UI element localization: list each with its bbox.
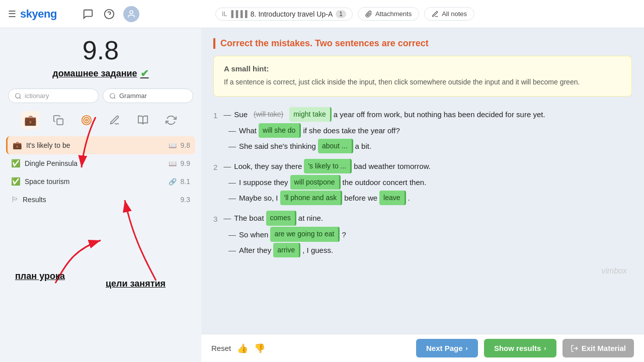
lesson-item-2[interactable]: ✅ Space tourism 🔗 8.1	[6, 172, 195, 191]
check-item-icon-2: ✅	[11, 177, 21, 186]
text-3-5: After they	[239, 243, 271, 257]
link-item-icon-2: 🔗	[169, 178, 177, 186]
homework-label: домашнее задание ✔	[52, 67, 148, 79]
exercise-num-1: 1	[213, 109, 217, 122]
dash-2-1: —	[223, 159, 231, 173]
tag-might-take[interactable]: might take	[289, 107, 332, 122]
lesson-item-name-2: Space tourism	[25, 177, 165, 186]
help-icon[interactable]	[102, 7, 116, 21]
tag-phone[interactable]: 'll phone and ask	[280, 191, 343, 205]
text-3-2: at nine.	[298, 211, 323, 225]
lesson-item-1[interactable]: ✅ Dingle Peninsula 📖 9.9	[6, 154, 195, 172]
thumbup-button[interactable]: 👍	[237, 343, 248, 354]
content-footer: Reset 👍 👎 Next Page › Show results › Exi…	[201, 334, 644, 362]
exercise-2-line-3: — Maybe so, I 'll phone and ask before w…	[213, 191, 632, 205]
tag-strike-1[interactable]: (will take)	[250, 107, 287, 122]
exercise-2: 2 — Look, they say there 's likely to ..…	[213, 158, 632, 205]
text-2-4: the outdoor concert then.	[343, 175, 427, 189]
exercise-3-line-3: — After they arrive , I guess.	[213, 243, 632, 257]
tag-likely[interactable]: 's likely to ...	[304, 159, 352, 173]
lesson-item-name-0: It's likely to be	[26, 141, 165, 149]
lesson-item-score-1: 9.9	[181, 159, 190, 167]
vimbox-logo: vimbox	[601, 266, 627, 275]
flag-item-icon-3: 🏳	[11, 195, 19, 204]
tag-postpone[interactable]: will postpone	[290, 175, 341, 190]
content-area: Correct the mistakes. Two sentences are …	[201, 28, 644, 362]
tag-comes[interactable]: comes	[266, 211, 296, 225]
top-bar-left: ☰ skyeng	[8, 6, 209, 22]
tag-eating[interactable]: are we going to eat	[270, 227, 340, 241]
briefcase-item-icon: 💼	[13, 141, 22, 150]
exercise-1-line-1: 1 — Sue (will take) might take a year of…	[213, 107, 632, 122]
thumbdown-button[interactable]: 👎	[254, 343, 265, 354]
text-1-6: a bit.	[355, 139, 372, 153]
dictionary-search[interactable]: ictionary	[8, 88, 99, 103]
exercise-1-line-2: — What will she do if she does take the …	[213, 123, 632, 138]
tag-arrive[interactable]: arrive	[273, 243, 300, 257]
exercise-3-line-2: — So when are we going to eat ?	[213, 227, 632, 241]
chat-icon[interactable]	[81, 7, 95, 21]
lesson-item-0[interactable]: 💼 It's likely to be 📖 9.8	[6, 136, 195, 154]
tag-will-she-do[interactable]: will she do	[259, 123, 301, 138]
dash-3-1: —	[223, 211, 231, 225]
lesson-badge[interactable]: IL ▐▐▐▐ 8. Introductory travel Up-A 1	[215, 8, 353, 21]
avatar[interactable]	[123, 6, 139, 22]
text-3-1: The boat	[234, 211, 264, 225]
dash-2-2: —	[228, 175, 236, 189]
hint-text: If a sentence is correct, just click ins…	[224, 77, 621, 88]
checkmark-icon: ✔	[140, 67, 149, 79]
all-notes-button[interactable]: All notes	[424, 7, 474, 21]
lesson-item-3[interactable]: 🏳 Results 9.3	[6, 191, 195, 208]
lesson-title: 8. Introductory travel Up-A	[251, 10, 333, 18]
text-1-4: if she does take the year off?	[303, 124, 399, 137]
hint-box: A small hint: If a sentence is correct, …	[213, 56, 632, 97]
exercise-num-3: 3	[213, 212, 217, 226]
svg-point-5	[110, 93, 115, 98]
svg-line-4	[20, 97, 21, 99]
hint-title: A small hint:	[224, 64, 621, 73]
exercise-2-line-2: — I suppose they will postpone the outdo…	[213, 175, 632, 190]
show-results-button[interactable]: Show results ›	[484, 339, 556, 357]
tool-icons: 💼	[0, 106, 201, 134]
annotation-goals: цели занятия	[106, 279, 166, 289]
dash-3-2: —	[228, 228, 236, 241]
briefcase-icon[interactable]: 💼	[21, 111, 39, 129]
reset-button[interactable]: Reset	[211, 344, 231, 352]
logo[interactable]: skyeng	[20, 8, 57, 21]
text-1-1: Sue	[234, 108, 248, 121]
text-2-7: .	[408, 191, 410, 205]
text-2-1: Look, they say there	[234, 159, 302, 173]
lesson-list: 💼 It's likely to be 📖 9.8 ✅ Dingle Penin…	[0, 134, 201, 210]
exercise-num-2: 2	[213, 160, 217, 174]
next-page-button[interactable]: Next Page ›	[416, 339, 478, 357]
dictionary-placeholder: ictionary	[25, 92, 49, 100]
copy-icon[interactable]	[49, 111, 67, 129]
pencil-icon[interactable]	[106, 111, 124, 129]
dash-3-3: —	[228, 243, 236, 257]
dash-1-3: —	[228, 139, 236, 153]
grammar-search[interactable]: Grammar	[103, 88, 193, 103]
top-bar: ☰ skyeng IL ▐▐▐▐ 8. Introductory travel …	[0, 0, 644, 28]
book-icon[interactable]	[134, 111, 152, 129]
hamburger-icon[interactable]: ☰	[8, 9, 16, 20]
text-3-4: ?	[342, 228, 346, 241]
attachments-button[interactable]: Attachments	[358, 7, 419, 21]
tag-about[interactable]: about ...	[318, 139, 353, 153]
search-bars: ictionary Grammar	[0, 85, 201, 106]
top-bar-right: IL ▐▐▐▐ 8. Introductory travel Up-A 1 At…	[215, 7, 636, 21]
grammar-placeholder: Grammar	[119, 92, 147, 100]
text-3-6: , I guess.	[302, 243, 333, 257]
lesson-item-score-3: 9.3	[181, 196, 190, 204]
tag-leave[interactable]: leave	[379, 191, 406, 205]
svg-line-6	[114, 97, 116, 99]
refresh-icon[interactable]	[162, 111, 180, 129]
svg-point-8	[82, 116, 91, 125]
page-title: Correct the mistakes. Two sentences are …	[213, 38, 632, 49]
text-2-5: Maybe so, I	[239, 191, 278, 205]
target-icon[interactable]	[77, 111, 96, 129]
book-item-icon-1: 📖	[169, 160, 177, 167]
book-item-icon-0: 📖	[169, 142, 177, 149]
svg-point-2	[130, 11, 133, 14]
exercise-3: 3 — The boat comes at nine. — So when ar…	[213, 210, 632, 257]
exit-material-button[interactable]: Exit Material	[562, 339, 634, 357]
